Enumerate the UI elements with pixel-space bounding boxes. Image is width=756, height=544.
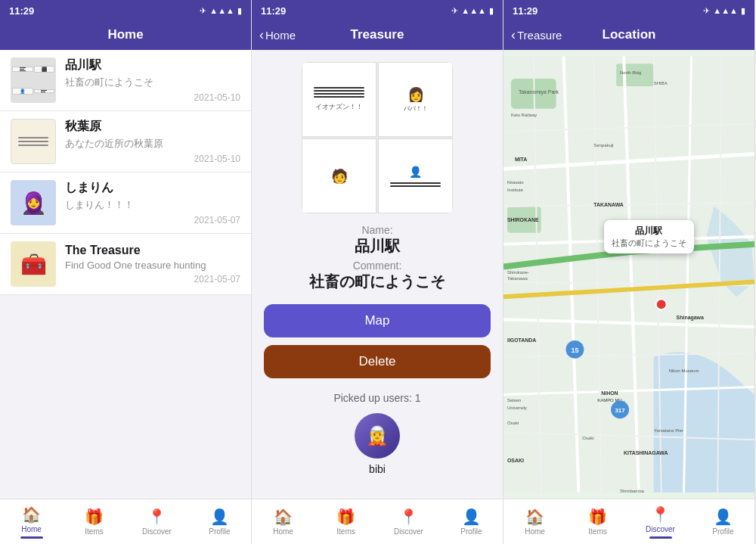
tab-profile-2[interactable]: 👤 Profile xyxy=(440,508,503,536)
picked-up-title: Picked up users: 1 xyxy=(264,392,491,404)
svg-text:Senpakuji: Senpakuji xyxy=(593,143,613,148)
svg-text:Yamatane Pier: Yamatane Pier xyxy=(654,428,683,433)
picked-up-section: Picked up users: 1 🧝 bibi xyxy=(264,392,491,475)
svg-text:MITA: MITA xyxy=(515,157,527,162)
status-time-2: 11:29 xyxy=(261,5,286,17)
map-tooltip: 品川駅 社畜の町にようこそ xyxy=(604,220,694,253)
item-info-3: しまりん しまりん！！！ 2021-05-07 xyxy=(65,180,240,225)
profile-icon: 👤 xyxy=(210,508,229,526)
tab-items-3[interactable]: 🎁 Items xyxy=(566,508,629,536)
tab-indicator-1 xyxy=(20,536,43,539)
status-bar-2: 11:29 ✈ ▲▲▲ ▮ xyxy=(252,0,503,21)
manga-line xyxy=(314,96,365,98)
tab-items-2[interactable]: 🎁 Items xyxy=(314,508,377,536)
tab-items-1[interactable]: 🎁 Items xyxy=(63,508,125,536)
map-button[interactable]: Map xyxy=(264,304,491,337)
wifi-icon: ▲▲▲ xyxy=(209,6,234,15)
tab-home-2[interactable]: 🏠 Home xyxy=(252,508,314,536)
svg-text:KITASHINAGAWA: KITASHINAGAWA xyxy=(624,450,668,455)
manga-cell-tl: イオナズン！！ xyxy=(302,62,376,137)
back-label-2: Treasure xyxy=(517,29,562,42)
manga-lines-2 xyxy=(390,182,442,187)
tab-bar-1: 🏠 Home 🎁 Items 📍 Discover 👤 Profile xyxy=(0,499,251,544)
tab-indicator-3 xyxy=(649,536,672,539)
manga-cell-tr: 👩 バパ！！ xyxy=(378,62,453,137)
name-label: Name: xyxy=(361,224,392,236)
home-icon-3: 🏠 xyxy=(525,508,544,526)
tab-discover-label-1: Discover xyxy=(142,527,172,536)
tab-items-label-2: Items xyxy=(336,527,355,536)
location-icon-3: ✈ xyxy=(703,6,710,16)
map-content[interactable]: Takanomiya Park North Bldg SHIBA Keio Ra… xyxy=(503,50,754,499)
tab-home-label-3: Home xyxy=(525,527,545,536)
treasure-content: イオナズン！！ 👩 バパ！！ 🧑 👤 xyxy=(252,50,503,499)
tooltip-subtitle: 社畜の町にようこそ xyxy=(612,238,686,249)
delete-button[interactable]: Delete xyxy=(264,345,491,378)
list-item[interactable]: 🧰 The Treasure Find Good One treasure hu… xyxy=(0,234,251,295)
location-nav-bar: ‹ Treasure Location xyxy=(503,21,754,50)
item-subtitle-2: あなたの近所の秋葉原 xyxy=(65,137,240,151)
tab-discover-1[interactable]: 📍 Discover xyxy=(125,508,188,536)
item-title-2: 秋葉原 xyxy=(65,119,240,135)
svg-text:Osaki: Osaki xyxy=(582,436,593,440)
status-bar-3: 11:29 ✈ ▲▲▲ ▮ xyxy=(503,0,754,21)
discover-icon-3: 📍 xyxy=(651,505,670,524)
status-icons-2: ✈ ▲▲▲ ▮ xyxy=(451,6,494,16)
tab-discover-2[interactable]: 📍 Discover xyxy=(377,508,440,536)
battery-icon-3: ▮ xyxy=(741,6,745,16)
user-avatar-container: 🧝 bibi xyxy=(264,413,491,475)
location-icon: ✈ xyxy=(200,6,206,16)
item-date-3: 2021-05-07 xyxy=(65,215,240,225)
chevron-left-icon-1: ‹ xyxy=(259,27,264,43)
tab-home-1[interactable]: 🏠 Home xyxy=(0,505,63,539)
list-item[interactable]: 秋葉原 あなたの近所の秋葉原 2021-05-10 xyxy=(0,111,251,173)
tab-profile-label-1: Profile xyxy=(209,527,230,536)
home-nav-title: Home xyxy=(107,27,143,42)
tab-home-label-1: Home xyxy=(21,525,42,533)
svg-text:NIHON: NIHON xyxy=(601,390,618,396)
paper-line xyxy=(18,145,48,146)
profile-icon-3: 👤 xyxy=(714,508,733,526)
svg-text:Shirokane-: Shirokane- xyxy=(507,271,529,275)
item-subtitle-4: Find Good One treasure hunting xyxy=(65,260,240,271)
manga-line xyxy=(314,93,365,95)
item-info-4: The Treasure Find Good One treasure hunt… xyxy=(65,244,240,284)
tab-profile-label-2: Profile xyxy=(460,527,482,536)
thumbnail-paper xyxy=(11,119,56,164)
list-item[interactable]: ⬛ 👤 品川駅 社畜の町にようこそ 2021-05-10 xyxy=(0,50,251,111)
svg-text:Shinagawa: Shinagawa xyxy=(677,315,704,321)
items-icon: 🎁 xyxy=(85,508,104,526)
manga-cell-bl: 🧑 xyxy=(302,138,376,213)
tab-profile-3[interactable]: 👤 Profile xyxy=(692,508,754,536)
back-button-1[interactable]: ‹ Home xyxy=(259,27,296,43)
tab-discover-label-3: Discover xyxy=(646,525,675,533)
battery-icon: ▮ xyxy=(237,6,242,16)
treasure-panel: 11:29 ✈ ▲▲▲ ▮ ‹ Home Treasure xyxy=(252,0,503,544)
svg-text:IIGOTANDA: IIGOTANDA xyxy=(507,337,536,343)
discover-icon-2: 📍 xyxy=(399,508,418,526)
svg-text:North Bldg: North Bldg xyxy=(620,70,641,75)
svg-text:University: University xyxy=(507,406,527,410)
manga-line xyxy=(314,90,365,92)
back-button-2[interactable]: ‹ Treasure xyxy=(511,27,562,43)
svg-text:Takanawa: Takanawa xyxy=(507,276,528,281)
svg-point-45 xyxy=(656,299,667,309)
tab-bar-2: 🏠 Home 🎁 Items 📍 Discover 👤 Profile xyxy=(252,499,503,544)
svg-text:SHIROKANE: SHIROKANE xyxy=(507,217,539,222)
tooltip-title: 品川駅 xyxy=(612,225,686,238)
manga-panel-4: 👤 xyxy=(378,138,453,213)
item-info-1: 品川駅 社畜の町にようこそ 2021-05-10 xyxy=(65,58,240,103)
tab-profile-1[interactable]: 👤 Profile xyxy=(188,508,251,536)
tab-bar-3: 🏠 Home 🎁 Items 📍 Discover 👤 Profile xyxy=(503,499,754,544)
tab-home-3[interactable]: 🏠 Home xyxy=(503,508,566,536)
home-list[interactable]: ⬛ 👤 品川駅 社畜の町にようこそ 2021-05-10 xyxy=(0,50,251,499)
manga-lines-1 xyxy=(314,87,365,98)
manga-panel-3: 🧑 xyxy=(302,138,376,213)
tab-discover-3[interactable]: 📍 Discover xyxy=(629,505,692,539)
list-item[interactable]: 🧕 しまりん しまりん！！！ 2021-05-07 xyxy=(0,173,251,234)
treasure-name: 品川駅 xyxy=(355,236,400,256)
item-title-3: しまりん xyxy=(65,180,240,196)
svg-text:Shimbamba: Shimbamba xyxy=(620,489,644,493)
thumbnail-treasure: 🧰 xyxy=(11,241,56,287)
item-date-4: 2021-05-07 xyxy=(65,274,240,284)
